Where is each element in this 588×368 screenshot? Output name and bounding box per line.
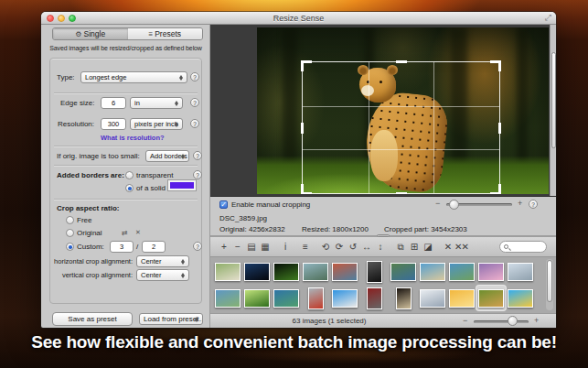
preview-scrollbar-thumb[interactable] xyxy=(551,52,556,148)
radio-original[interactable] xyxy=(66,229,74,237)
crop-handle-sw[interactable] xyxy=(301,184,312,194)
thumbnail-winter-trees[interactable] xyxy=(418,286,447,310)
rotate-180-icon[interactable]: ↺ xyxy=(346,238,359,256)
thumbnail-hiker-red[interactable] xyxy=(301,286,330,310)
thumbnail-couple-bw[interactable] xyxy=(359,286,389,310)
image-preview-area xyxy=(210,25,556,197)
crop-handle-e[interactable] xyxy=(498,123,501,134)
zoom-help-button[interactable]: ? xyxy=(529,200,538,209)
thumb-size-knob[interactable] xyxy=(508,316,518,326)
resolution-link[interactable]: What is resolution? xyxy=(101,134,165,142)
thumbnail-night-lights[interactable] xyxy=(272,259,301,284)
type-popup[interactable]: Longest edge xyxy=(80,71,187,83)
save-icon[interactable]: ▤ xyxy=(244,238,258,256)
thumbnails-scrollbar-thumb[interactable] xyxy=(547,260,552,302)
radio-custom[interactable] xyxy=(66,243,74,251)
type-help-button[interactable]: ? xyxy=(190,72,199,81)
fullscreen-icon[interactable]: ⤢ xyxy=(545,13,551,23)
clear-aspect-icon[interactable]: ✕ xyxy=(135,229,141,236)
zoom-out-icon[interactable]: − xyxy=(435,199,440,208)
preview-zoom-knob[interactable] xyxy=(449,200,459,210)
edge-unit-popup[interactable]: in xyxy=(130,97,183,109)
thumbnail-lake-panorama[interactable] xyxy=(213,286,242,310)
load-preset-popup[interactable]: Load from preset… xyxy=(139,313,203,325)
thumbnail-image xyxy=(396,287,412,309)
crop-all-icon[interactable]: ⊞ xyxy=(407,238,421,256)
crop-handle-nw[interactable] xyxy=(301,60,312,71)
thumbnail-moonrise[interactable] xyxy=(389,286,418,310)
custom-width-field[interactable]: 3 xyxy=(110,241,134,253)
rotate-right-icon[interactable]: ⟳ xyxy=(332,238,346,256)
thumbnail-sea-ruins[interactable] xyxy=(506,259,535,284)
thumbnail-bonsai-blue[interactable] xyxy=(330,286,359,310)
thumbnail-park[interactable] xyxy=(213,259,242,284)
halign-popup[interactable]: Center xyxy=(136,255,189,267)
valign-popup[interactable]: Center xyxy=(136,269,189,281)
search-input[interactable] xyxy=(510,242,545,252)
remove-all-icon[interactable]: ✕✕ xyxy=(454,238,468,256)
thumbnail-coastline[interactable] xyxy=(447,259,476,284)
thumbnail-bw-portrait[interactable] xyxy=(359,259,389,284)
status-text: 63 images (1 selected) xyxy=(210,317,448,325)
save-all-icon[interactable]: ▦ xyxy=(258,238,272,256)
info-icon[interactable]: i xyxy=(278,238,292,256)
thumbnail-green-park[interactable] xyxy=(242,286,272,310)
tab-single[interactable]: ⚙Single xyxy=(53,28,128,39)
thumbnail-sunset-meadow[interactable] xyxy=(447,286,476,310)
thumbnail-coast-cliffs[interactable] xyxy=(389,259,418,284)
radio-solid-color[interactable] xyxy=(125,184,134,192)
thumb-size-slider[interactable] xyxy=(474,320,529,323)
resolution-help-button[interactable]: ? xyxy=(190,119,199,128)
remove-icon[interactable]: ✕ xyxy=(441,238,454,256)
thumbnails-scrollbar[interactable] xyxy=(546,259,553,310)
too-small-popup[interactable]: Add borders xyxy=(145,150,189,162)
crop-handle-w[interactable] xyxy=(301,123,304,134)
crop-handle-n[interactable] xyxy=(396,60,407,63)
radio-transparent[interactable] xyxy=(125,171,134,179)
thumbnail-image xyxy=(508,289,533,308)
thumbnail-image xyxy=(390,263,416,281)
custom-help-button[interactable]: ? xyxy=(193,242,202,251)
crop-rectangle[interactable] xyxy=(302,61,500,194)
enable-cropping-checkbox[interactable]: ✓ xyxy=(219,200,228,209)
add-icon[interactable]: + xyxy=(217,238,230,256)
title-bar[interactable]: Resize Sense ⤢ xyxy=(41,12,556,25)
crop-handle-s[interactable] xyxy=(396,192,407,194)
thumbnail-beach-cove[interactable] xyxy=(418,259,447,284)
radio-free[interactable] xyxy=(66,216,74,224)
thumb-size-minus-icon[interactable]: − xyxy=(463,316,467,325)
thumbnail-river-city[interactable] xyxy=(301,259,330,284)
subtract-icon[interactable]: − xyxy=(230,238,244,256)
preview-scrollbar[interactable] xyxy=(550,25,556,197)
clear-crop-icon[interactable]: ◪ xyxy=(421,238,434,256)
too-small-help-button[interactable]: ? xyxy=(193,151,202,160)
borders-help-button[interactable]: ? xyxy=(193,170,202,179)
swap-aspect-icon[interactable]: ⇄ xyxy=(122,229,128,237)
thumb-size-plus-icon[interactable]: + xyxy=(534,316,539,325)
tab-presets[interactable]: ≡Presets xyxy=(128,28,203,39)
crop-icon[interactable]: ⧉ xyxy=(393,238,407,256)
search-field[interactable] xyxy=(499,241,547,253)
flip-horizontal-icon[interactable]: ↔ xyxy=(359,238,373,256)
custom-height-field[interactable]: 2 xyxy=(142,241,166,253)
thumbnail-old-town[interactable] xyxy=(330,259,359,284)
resolution-unit-popup[interactable]: pixels per inch xyxy=(130,118,183,130)
save-preset-button[interactable]: Save as preset xyxy=(52,312,133,326)
thumbnail-night-harbor[interactable] xyxy=(242,259,272,284)
edge-help-button[interactable]: ? xyxy=(190,98,199,107)
thumbnail-cheetah[interactable] xyxy=(476,286,506,310)
resolution-field[interactable]: 300 xyxy=(101,118,126,130)
zoom-in-icon[interactable]: + xyxy=(518,199,522,208)
crop-handle-ne[interactable] xyxy=(490,60,501,71)
crop-handle-se[interactable] xyxy=(490,184,501,194)
edge-size-field[interactable]: 6 xyxy=(101,97,126,109)
list-view-icon[interactable]: ≡ xyxy=(298,238,312,256)
thumbnail-violet-dusk[interactable] xyxy=(476,259,506,284)
thumbnail-lake-reflection[interactable] xyxy=(272,286,301,310)
valign-label: vertical crop alignment: xyxy=(41,271,133,279)
thumbnail-giraffe[interactable] xyxy=(506,286,535,310)
panel-description: Saved images will be resized/cropped as … xyxy=(41,45,210,51)
flip-vertical-icon[interactable]: ↕ xyxy=(373,238,387,256)
border-color-swatch[interactable] xyxy=(168,180,196,190)
rotate-left-icon[interactable]: ⟲ xyxy=(318,238,332,256)
